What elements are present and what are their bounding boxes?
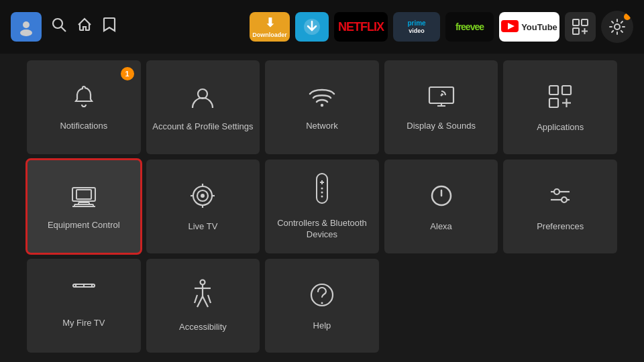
search-icon[interactable] (51, 17, 67, 37)
prime-label: prime video (407, 19, 425, 35)
app-grid[interactable] (565, 12, 596, 42)
grid-item-equipment[interactable]: Equipment Control (27, 160, 141, 253)
bookmark-icon[interactable] (102, 17, 117, 37)
svg-point-37 (321, 188, 323, 190)
svg-point-0 (23, 21, 30, 28)
notifications-badge: 1 (121, 67, 134, 80)
account-label: Account & Profile Settings (148, 121, 257, 133)
netflix-label: NETFLIX (338, 20, 384, 34)
grid-item-myfiretv[interactable]: My Fire TV (27, 259, 141, 353)
app-youtube[interactable]: YouTube (499, 12, 559, 42)
network-label: Network (302, 121, 342, 132)
equipment-icon (67, 182, 101, 213)
svg-point-13 (198, 89, 207, 99)
youtube-play-icon (501, 20, 519, 34)
equipment-label: Equipment Control (44, 220, 124, 231)
app-downloader2[interactable] (295, 12, 329, 42)
grid-item-preferences[interactable]: Preferences (503, 160, 617, 253)
youtube-label: YouTube (521, 22, 557, 32)
topbar: ⬇ Downloader NETFLIX prime video freevee (0, 0, 644, 54)
svg-point-14 (321, 103, 323, 106)
svg-point-12 (614, 24, 620, 29)
svg-point-39 (321, 196, 323, 198)
svg-point-43 (554, 189, 559, 194)
topbar-apps: ⬇ Downloader NETFLIX prime video freevee (250, 11, 633, 43)
avatar[interactable] (11, 12, 42, 42)
remote-icon (310, 172, 334, 211)
app-prime[interactable]: prime video (393, 12, 440, 42)
svg-point-52 (321, 302, 323, 304)
accessibility-icon (189, 279, 216, 315)
applications-icon (545, 82, 575, 115)
svg-rect-17 (549, 86, 558, 95)
alexa-label: Alexa (426, 221, 456, 233)
bell-icon (70, 83, 97, 114)
account-icon (189, 82, 217, 115)
notifications-label: Notifications (56, 121, 111, 132)
home-icon[interactable] (76, 17, 93, 37)
livetv-icon (188, 181, 217, 215)
help-icon (307, 280, 337, 314)
topbar-left (11, 12, 117, 42)
grid-item-help[interactable]: Help (265, 259, 379, 353)
grid-item-alexa[interactable]: Alexa (384, 160, 498, 253)
preferences-icon (545, 181, 575, 215)
grid-item-controllers[interactable]: Controllers & Bluetooth Devices (265, 160, 379, 253)
myfiretv-label: My Fire TV (58, 318, 109, 329)
controllers-label: Controllers & Bluetooth Devices (265, 218, 379, 241)
svg-point-1 (20, 29, 32, 36)
svg-rect-8 (582, 19, 588, 25)
svg-rect-7 (573, 19, 579, 25)
svg-rect-19 (549, 99, 558, 107)
alexa-icon (427, 181, 456, 215)
grid-item-network[interactable]: Network (265, 60, 379, 154)
settings-button[interactable] (601, 11, 633, 43)
grid-item-notifications[interactable]: 1 Notifications (27, 60, 141, 154)
display-icon (427, 83, 456, 114)
accessibility-label: Accessibility (175, 322, 231, 333)
svg-line-3 (62, 27, 66, 32)
svg-point-16 (440, 94, 442, 96)
myfiretv-icon (69, 283, 99, 311)
wifi-icon (307, 83, 337, 114)
livetv-label: Live TV (184, 221, 221, 233)
svg-point-49 (201, 280, 205, 284)
svg-rect-18 (562, 86, 571, 95)
app-netflix[interactable]: NETFLIX (334, 12, 388, 42)
svg-point-44 (561, 197, 567, 202)
settings-notification-dot (624, 13, 631, 20)
grid-item-account[interactable]: Account & Profile Settings (146, 60, 260, 154)
help-label: Help (309, 320, 335, 332)
display-label: Display & Sounds (402, 121, 480, 132)
grid-item-accessibility[interactable]: Accessibility (146, 259, 260, 353)
freevee-label: freevee (455, 21, 484, 32)
app-freevee[interactable]: freevee (445, 12, 494, 42)
app-downloader[interactable]: ⬇ Downloader (250, 12, 290, 42)
preferences-label: Preferences (533, 221, 588, 233)
settings-grid: 1 Notifications Account & Profile Settin… (0, 54, 644, 359)
svg-point-2 (53, 19, 62, 28)
grid-item-livetv[interactable]: Live TV (146, 160, 260, 253)
grid-item-display[interactable]: Display & Sounds (384, 60, 498, 154)
svg-rect-9 (573, 28, 579, 34)
svg-point-38 (321, 192, 323, 194)
svg-point-29 (201, 194, 205, 198)
grid-item-applications[interactable]: Applications (503, 60, 617, 154)
svg-rect-23 (76, 190, 91, 199)
applications-label: Applications (533, 122, 588, 133)
